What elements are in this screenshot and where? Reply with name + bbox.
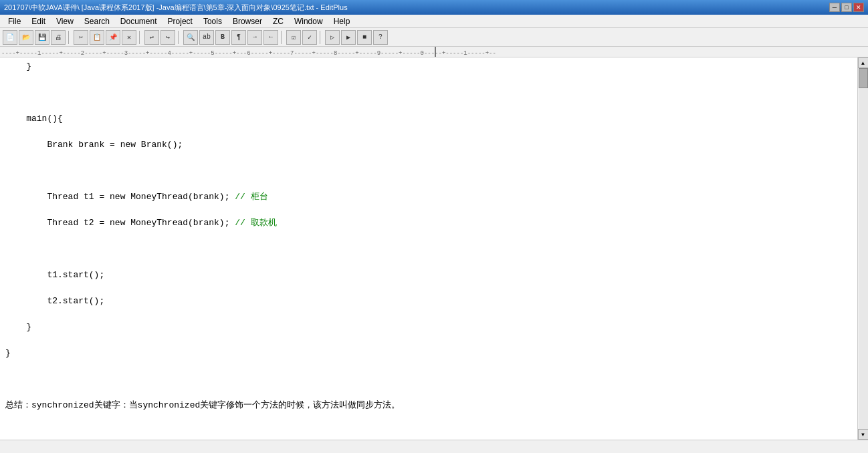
menu-view[interactable]: View xyxy=(51,15,79,27)
toolbar-copy[interactable]: 📋 xyxy=(90,30,104,45)
toolbar-redo[interactable]: ↪ xyxy=(160,30,175,45)
menu-browser[interactable]: Browser xyxy=(227,15,267,27)
comment-atm: // 取款机 xyxy=(235,218,276,228)
toolbar-sep4 xyxy=(281,31,284,44)
code-line-start1: t1.start(); xyxy=(5,269,857,282)
toolbar-undo[interactable]: ↩ xyxy=(144,30,159,45)
toolbar-save[interactable]: 💾 xyxy=(35,30,49,45)
close-button[interactable]: ✕ xyxy=(853,3,864,12)
window-controls: ─ □ ✕ xyxy=(829,3,864,12)
toolbar-help[interactable]: ? xyxy=(373,30,388,45)
code-line-start2: t2.start(); xyxy=(5,295,857,308)
menu-document[interactable]: Document xyxy=(115,15,162,27)
toolbar-open[interactable]: 📂 xyxy=(19,30,33,45)
menu-project[interactable]: Project xyxy=(162,15,198,27)
code-line: } xyxy=(5,60,857,73)
toolbar-sep1 xyxy=(68,31,71,44)
toolbar-checkbox[interactable]: ☑ xyxy=(286,30,301,45)
toolbar-delete[interactable]: ✕ xyxy=(122,30,136,45)
code-line: } xyxy=(5,321,857,334)
code-line xyxy=(5,425,857,438)
toolbar-stop[interactable]: ■ xyxy=(357,30,372,45)
maximize-button[interactable]: □ xyxy=(841,3,852,12)
code-line xyxy=(5,86,857,100)
scroll-down-button[interactable]: ▼ xyxy=(858,429,869,440)
toolbar-unindent[interactable]: ← xyxy=(263,30,278,45)
code-line: main(){ xyxy=(5,112,857,126)
toolbar-format[interactable]: ¶ xyxy=(231,30,246,45)
title-bar: 201707\中软JAVA课件\ [Java课程体系2017版] -Java编程… xyxy=(0,0,868,15)
comment-counter: // 柜台 xyxy=(235,192,267,202)
toolbar-run[interactable]: ▶ xyxy=(341,30,356,45)
code-line xyxy=(5,243,857,256)
toolbar-bold[interactable]: B xyxy=(215,30,230,45)
toolbar-print[interactable]: 🖨 xyxy=(51,30,66,45)
editor-text-area[interactable]: } main(){ Brank brank = new Brank(); Thr… xyxy=(0,57,857,440)
status-bar xyxy=(0,440,868,453)
scroll-up-button[interactable]: ▲ xyxy=(858,57,869,68)
menu-zc[interactable]: ZC xyxy=(267,15,289,27)
toolbar-new[interactable]: 📄 xyxy=(3,30,17,45)
menu-tools[interactable]: Tools xyxy=(198,15,227,27)
toolbar-cut[interactable]: ✂ xyxy=(74,30,88,45)
editor-container[interactable]: } main(){ Brank brank = new Brank(); Thr… xyxy=(0,57,868,440)
menu-file[interactable]: File xyxy=(3,15,26,27)
minimize-button[interactable]: ─ xyxy=(829,3,840,12)
code-line xyxy=(5,164,857,178)
toolbar-sep3 xyxy=(178,31,181,44)
toolbar-sep2 xyxy=(139,31,142,44)
scroll-thumb[interactable] xyxy=(859,68,868,88)
code-line: Brank brank = new Brank(); xyxy=(5,138,857,152)
toolbar-compile[interactable]: ▷ xyxy=(325,30,340,45)
toolbar-check2[interactable]: ✓ xyxy=(302,30,317,45)
menu-bar: File Edit View Search Document Project T… xyxy=(0,15,868,28)
menu-help[interactable]: Help xyxy=(328,15,356,27)
toolbar-indent[interactable]: → xyxy=(247,30,262,45)
toolbar-replace[interactable]: ab xyxy=(199,30,214,45)
menu-edit[interactable]: Edit xyxy=(26,15,51,27)
scroll-track[interactable] xyxy=(859,68,868,429)
code-line-thread2: Thread t2 = new MoneyThread(brank); // 取… xyxy=(5,216,857,230)
toolbar-paste[interactable]: 📌 xyxy=(106,30,120,45)
summary-line: 总结：synchronized关键字：当synchronized关键字修饰一个方… xyxy=(5,399,857,412)
vertical-scrollbar[interactable]: ▲ ▼ xyxy=(857,57,868,440)
code-line-thread1: Thread t1 = new MoneyThread(brank); // 柜… xyxy=(5,190,857,204)
ruler: ----+-----1-----+-----2-----+-----3-----… xyxy=(0,47,868,57)
toolbar: 📄 📂 💾 🖨 ✂ 📋 📌 ✕ ↩ ↪ 🔍 ab B ¶ → ← ☑ ✓ ▷ ▶… xyxy=(0,28,868,47)
window-title: 201707\中软JAVA课件\ [Java课程体系2017版] -Java编程… xyxy=(4,3,829,13)
toolbar-search[interactable]: 🔍 xyxy=(183,30,198,45)
ruler-svg: ----+-----1-----+-----2-----+-----3-----… xyxy=(0,47,868,57)
menu-window[interactable]: Window xyxy=(289,15,328,27)
svg-text:----+-----1-----+-----2-----+-: ----+-----1-----+-----2-----+-----3-----… xyxy=(1,50,496,57)
menu-search[interactable]: Search xyxy=(79,15,115,27)
code-line xyxy=(5,373,857,386)
toolbar-sep5 xyxy=(320,31,322,44)
code-line: } xyxy=(5,347,857,360)
